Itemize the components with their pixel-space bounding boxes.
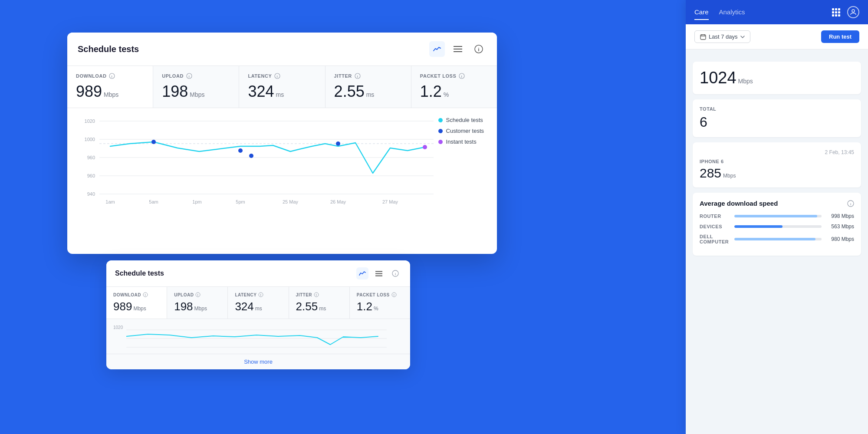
metric-download: DOWNLOAD i 989Mbps [67,66,153,108]
svg-text:25 May: 25 May [283,199,299,204]
svg-text:i: i [395,272,396,276]
avg-row-dell: Dell computer 980 Mbps [700,234,854,244]
bg-latency-info-icon: i [258,292,263,297]
schedule-tests-dot [438,118,443,122]
bg-metrics-row: DOWNLOAD i 989Mbps UPLOAD i 198Mbps LATE… [106,286,410,319]
customer-dot-1 [151,140,156,144]
metric-upload: UPLOAD i 198Mbps [153,66,239,108]
svg-text:960: 960 [87,173,95,178]
bg-chart-area: 1020 [106,319,410,354]
line-chart-icon [433,45,441,53]
bg-menu-button[interactable] [373,267,385,279]
svg-text:960: 960 [87,155,95,160]
bg-card-icons: i [356,267,401,279]
chart-area: Schedule tests Customer tests Instant te… [67,108,497,221]
svg-text:i: i [260,293,261,296]
legend-schedule-tests: Schedule tests [438,117,484,123]
right-panel-content: 1024 Mbps TOTAL 6 2 Feb, 13:45 IPHONE 6 … [686,49,868,434]
nav-analytics[interactable]: Analytics [719,5,745,20]
metric-latency-value: 324ms [248,82,316,101]
grid-icon[interactable] [832,8,840,16]
nav-icons [832,6,859,18]
info-button[interactable]: i [471,41,487,57]
bg-line-chart-icon [359,270,366,277]
bg-info-button[interactable]: i [389,267,401,279]
modal-title: Schedule tests [78,44,139,54]
right-panel: Care Analytics Last 7 days Run te [686,0,868,434]
avg-label-dell: Dell computer [700,234,730,244]
chart-view-button[interactable] [429,41,445,57]
bg-metric-packetloss: PACKET LOSS i 1.2% [350,287,410,319]
svg-text:i: i [850,202,851,206]
bg-card-header: Schedule tests i [106,260,410,286]
svg-text:i: i [393,293,394,296]
svg-text:940: 940 [87,191,95,197]
date-selector[interactable]: Last 7 days [694,30,750,43]
metric-jitter: JITTER i 2.55ms [326,66,411,108]
svg-text:i: i [145,293,146,296]
avg-info-icon: i [847,200,854,207]
legend-customer-tests: Customer tests [438,128,484,134]
metric-packetloss-label: PACKET LOSS i [420,73,488,79]
svg-text:i: i [478,47,479,52]
run-test-button[interactable]: Run test [821,30,859,43]
device-timestamp: 2 Feb, 13:45 [700,149,854,155]
avg-bar-dell [734,238,815,240]
avg-label-router: ROUTER [700,214,730,219]
user-icon[interactable] [847,6,859,18]
metric-download-label: DOWNLOAD i [76,73,144,79]
avg-value-devices: 563 Mbps [826,224,854,230]
bg-metric-download-value: 989Mbps [113,300,160,313]
svg-text:26 May: 26 May [330,199,346,204]
main-modal: Schedule tests i [67,33,497,254]
modal-header: Schedule tests i [67,33,497,66]
bg-chart-icon-button[interactable] [356,267,368,279]
svg-text:1020: 1020 [85,118,95,124]
svg-text:5pm: 5pm [236,199,245,204]
bg-info-icon: i [392,270,399,277]
metric-latency-label: LATENCY i [248,73,316,79]
bg-jitter-info-icon: i [314,292,319,297]
avg-bar-container-devices [734,225,822,228]
calendar-icon [700,34,706,40]
total-value: 6 [700,114,854,130]
jitter-info-icon: i [355,73,361,79]
bg-schedule-card: Schedule tests i DOWNLOAD i 989Mbps [106,260,410,369]
bg-metric-upload: UPLOAD i 198Mbps [167,287,228,319]
avg-card: Average download speed i ROUTER 998 Mbps… [693,193,861,256]
avg-value-dell: 980 Mbps [826,236,854,242]
svg-text:1000: 1000 [85,137,95,142]
big-value-card: 1024 Mbps [693,62,861,94]
menu-button[interactable] [450,41,466,57]
bg-metric-download: DOWNLOAD i 989Mbps [106,287,167,319]
line-chart-svg: 1020 1000 960 960 940 1am 5am 1pm 5pm 25… [78,117,438,208]
total-label: TOTAL [700,106,854,112]
show-more-button[interactable]: Show more [106,354,410,369]
avg-value-router: 998 Mbps [826,213,854,219]
metric-packetloss: PACKET LOSS i 1.2% [411,66,497,108]
customer-dot-4 [336,141,340,146]
bg-chart-svg [126,326,387,349]
big-value-unit: Mbps [738,78,753,85]
header-icon-group: i [429,41,487,57]
info-circle-icon: i [474,45,483,53]
svg-rect-52 [700,35,706,39]
metric-upload-label: UPLOAD i [162,73,230,79]
nav-care[interactable]: Care [694,5,709,20]
device-name: IPHONE 6 [700,159,854,164]
bg-upload-info-icon: i [195,292,201,297]
right-panel-toolbar: Last 7 days Run test [686,24,868,49]
hamburger-icon [454,46,462,53]
customer-dot-2 [238,148,243,153]
svg-text:27 May: 27 May [382,199,398,204]
svg-text:1am: 1am [105,199,115,204]
bg-card-title: Schedule tests [115,270,164,277]
metrics-row: DOWNLOAD i 989Mbps UPLOAD i 198Mbps LATE… [67,66,497,108]
instant-dot-1 [423,145,427,149]
svg-text:i: i [197,293,198,296]
bg-download-info-icon: i [143,292,148,297]
avg-bar-devices [734,225,783,228]
svg-text:5am: 5am [149,199,158,204]
legend-instant-tests: Instant tests [438,138,484,145]
avg-row-router: ROUTER 998 Mbps [700,213,854,219]
